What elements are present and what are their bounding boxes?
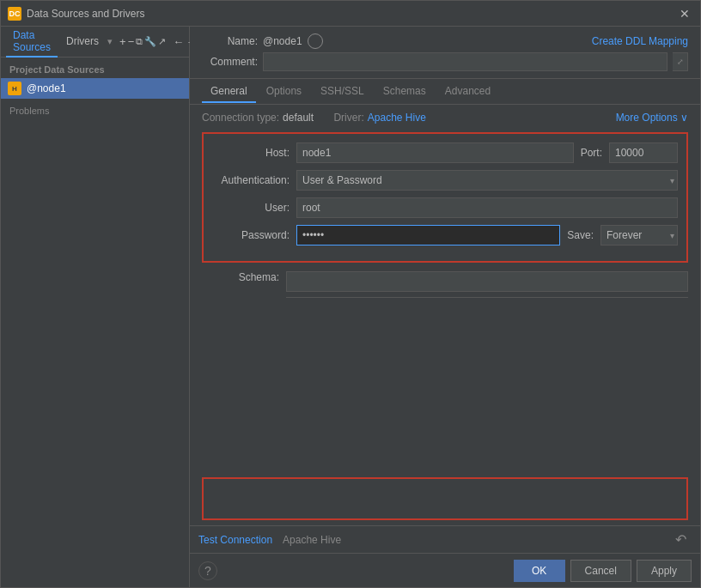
host-port-row: Host: Port: (212, 142, 678, 163)
tab-options[interactable]: Options (258, 81, 310, 103)
auth-label: Authentication: (212, 174, 290, 186)
revert-button[interactable]: ↶ (670, 530, 692, 549)
driver-label: Driver: (333, 112, 363, 124)
host-input[interactable] (296, 142, 574, 163)
save-label: Save: (567, 229, 594, 241)
comment-input[interactable] (263, 52, 667, 71)
name-row: Name: @node1 Create DDL Mapping (202, 33, 688, 49)
tab-general[interactable]: General (202, 81, 256, 103)
detail-area: Name: @node1 Create DDL Mapping Comment:… (190, 27, 700, 587)
comment-row: Comment: ⤢ (202, 52, 688, 71)
password-label: Password: (212, 229, 290, 241)
connection-type-label: Connection type: (202, 112, 279, 124)
driver-separator (322, 112, 325, 124)
user-input[interactable] (296, 197, 678, 218)
name-label: Name: (202, 35, 258, 47)
connection-type-value: default (283, 112, 314, 124)
save-select[interactable]: Forever Until restart Never (600, 225, 678, 246)
duplicate-button[interactable]: ⧉ (136, 33, 143, 52)
problems-section[interactable]: Problems (1, 99, 189, 123)
title-bar: DC Data Sources and Drivers ✕ (1, 1, 700, 27)
name-circle-button[interactable] (308, 33, 323, 49)
driver-info-label: Apache Hive (283, 534, 341, 546)
name-comment-area: Name: @node1 Create DDL Mapping Comment:… (190, 27, 700, 79)
sidebar-item-label: @node1 (27, 82, 66, 94)
ok-button[interactable]: OK (514, 560, 565, 582)
apply-button[interactable]: Apply (637, 560, 692, 582)
close-button[interactable]: ✕ (676, 5, 693, 22)
test-connection-link[interactable]: Test Connection (198, 534, 272, 546)
tab-ssh-ssl[interactable]: SSH/SSL (312, 81, 373, 103)
problems-label: Problems (9, 106, 49, 116)
schema-row: Schema: (202, 271, 688, 292)
main-content: Data Sources Drivers ▾ + − ⧉ 🔧 ↗ ← → Pro… (1, 27, 700, 587)
action-buttons-row: ? OK Cancel Apply (190, 553, 700, 587)
user-label: User: (212, 202, 290, 214)
save-select-wrapper: Forever Until restart Never ▾ (600, 225, 678, 246)
comment-label: Comment: (202, 56, 258, 68)
create-ddl-link[interactable]: Create DDL Mapping (592, 35, 688, 47)
main-window: DC Data Sources and Drivers ✕ Data Sourc… (0, 0, 701, 588)
name-value: @node1 (263, 35, 302, 47)
bottom-bar: Test Connection Apache Hive ↶ (190, 525, 700, 553)
port-label: Port: (581, 147, 602, 159)
driver-link[interactable]: Apache Hive (368, 112, 426, 124)
connection-type-row: Connection type: default Driver: Apache … (202, 112, 688, 124)
tab-advanced[interactable]: Advanced (436, 81, 499, 103)
connection-settings-box: Host: Port: Authentication: User & Passw… (202, 132, 688, 263)
comment-expand-button[interactable]: ⤢ (673, 52, 688, 71)
password-row: Password: Save: Forever Until restart Ne… (212, 225, 678, 246)
help-button[interactable]: ? (198, 561, 217, 580)
window-title: Data Sources and Drivers (27, 8, 676, 20)
host-label: Host: (212, 147, 290, 159)
bottom-status-box (202, 477, 688, 520)
auth-select[interactable]: User & Password No auth Username Kerbero… (296, 170, 678, 191)
more-options-link[interactable]: More Options ∨ (616, 112, 688, 124)
sidebar-toolbar: Data Sources Drivers ▾ + − ⧉ 🔧 ↗ ← → (1, 27, 189, 58)
sidebar-dropdown-arrow[interactable]: ▾ (107, 36, 113, 47)
content-spacer (190, 298, 700, 477)
cancel-button[interactable]: Cancel (570, 560, 631, 582)
general-tab-content: Connection type: default Driver: Apache … (190, 105, 700, 298)
user-row: User: (212, 197, 678, 218)
sidebar-tab-drivers[interactable]: Drivers (59, 33, 106, 52)
name-input-area: @node1 (263, 33, 587, 49)
auth-select-wrapper: User & Password No auth Username Kerbero… (296, 170, 678, 191)
hive-icon: H (8, 82, 21, 95)
auth-row: Authentication: User & Password No auth … (212, 170, 678, 191)
sidebar-item-node1[interactable]: H @node1 (1, 78, 189, 99)
remove-button[interactable]: − (128, 33, 135, 52)
add-button[interactable]: + (119, 33, 126, 52)
configure-button[interactable]: 🔧 (144, 33, 156, 52)
back-button[interactable]: ← (173, 33, 184, 52)
password-input[interactable] (296, 225, 560, 246)
sidebar-section-title: Project Data Sources (1, 58, 189, 78)
schema-label: Schema: (202, 271, 279, 283)
tab-schemas[interactable]: Schemas (375, 81, 435, 103)
open-ddl-button[interactable]: ↗ (158, 33, 166, 52)
tabs-bar: General Options SSH/SSL Schemas Advanced (190, 79, 700, 105)
sidebar: Data Sources Drivers ▾ + − ⧉ 🔧 ↗ ← → Pro… (1, 27, 190, 587)
port-input[interactable] (609, 142, 678, 163)
schema-input[interactable] (286, 271, 688, 292)
sidebar-tab-data-sources[interactable]: Data Sources (6, 27, 58, 58)
app-icon: DC (8, 7, 21, 21)
